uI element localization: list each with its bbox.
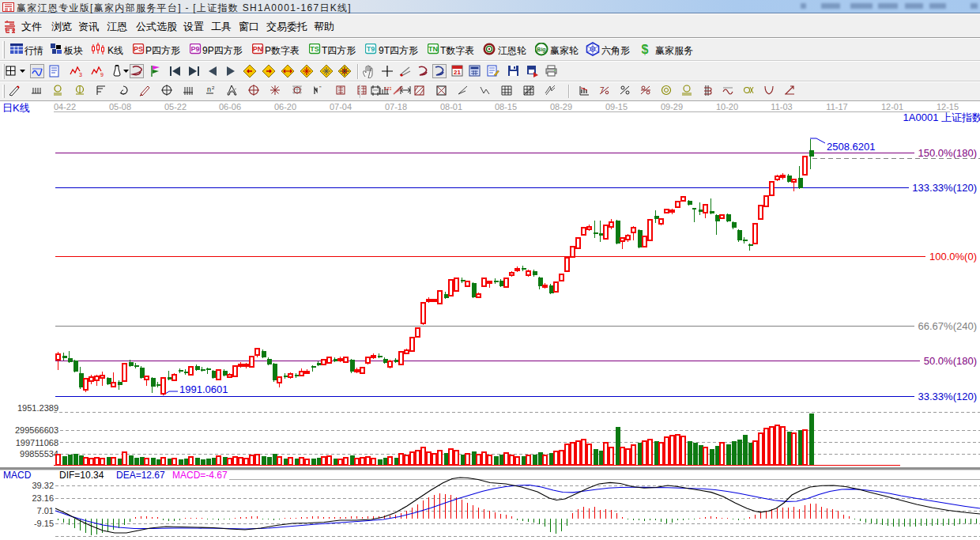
svg-text:23.16: 23.16: [32, 493, 54, 503]
svg-text:MACD=-4.67: MACD=-4.67: [172, 470, 228, 481]
svg-text:100.0%(0): 100.0%(0): [929, 251, 977, 262]
svg-text:133.33%(120): 133.33%(120): [912, 182, 977, 194]
svg-text:66.67%(240): 66.67%(240): [918, 320, 977, 332]
svg-text:-9.15: -9.15: [34, 519, 54, 528]
svg-text:06-20: 06-20: [274, 102, 296, 111]
svg-text:05-22: 05-22: [164, 102, 187, 111]
svg-text:DIF=10.34: DIF=10.34: [59, 470, 104, 481]
svg-text:$: $: [642, 43, 649, 56]
svg-text:10-20: 10-20: [716, 102, 738, 111]
svg-text:08-01: 08-01: [440, 102, 462, 111]
svg-text:09-15: 09-15: [605, 102, 628, 111]
svg-text:123: 123: [384, 86, 391, 91]
svg-text:PN: PN: [253, 45, 263, 53]
svg-text:T9: T9: [367, 45, 375, 53]
svg-text:50.0%(180): 50.0%(180): [924, 355, 977, 367]
svg-text:299566603: 299566603: [15, 425, 58, 435]
svg-text:199711068: 199711068: [16, 438, 58, 447]
svg-text:07-18: 07-18: [385, 102, 407, 111]
svg-text:05-08: 05-08: [109, 102, 131, 111]
svg-text:TN: TN: [428, 45, 438, 53]
svg-text:39.32: 39.32: [32, 481, 54, 490]
svg-text:DEA=12.67: DEA=12.67: [116, 470, 165, 481]
svg-text:1951.2389: 1951.2389: [17, 403, 58, 413]
svg-text:2508.6201: 2508.6201: [827, 141, 875, 153]
svg-text:日K线: 日K线: [2, 102, 30, 114]
svg-text:04-22: 04-22: [54, 102, 76, 111]
svg-text:11-17: 11-17: [826, 102, 847, 111]
svg-text:9: 9: [100, 72, 104, 77]
svg-text:2: 2: [212, 85, 215, 90]
svg-text:08-15: 08-15: [495, 102, 517, 111]
svg-text:7.01: 7.01: [37, 506, 54, 515]
svg-text:09-29: 09-29: [661, 102, 683, 111]
svg-text:3: 3: [79, 72, 82, 77]
svg-text:06-06: 06-06: [219, 102, 241, 111]
svg-text:11-03: 11-03: [771, 102, 792, 111]
svg-text:TS: TS: [310, 45, 319, 53]
svg-text:150.0%(180): 150.0%(180): [918, 147, 977, 159]
svg-text:08-29: 08-29: [550, 102, 572, 111]
svg-text:07-04: 07-04: [330, 102, 352, 111]
svg-text:MACD: MACD: [3, 470, 32, 481]
svg-text:12-01: 12-01: [881, 102, 903, 111]
svg-text:PS: PS: [134, 45, 143, 53]
svg-text:12-15: 12-15: [937, 102, 959, 111]
svg-text:Big: Big: [537, 47, 545, 53]
svg-text:33.33%(120): 33.33%(120): [918, 391, 977, 402]
svg-text:21: 21: [454, 69, 461, 76]
svg-text:1A0001 上证指数: 1A0001 上证指数: [903, 111, 980, 123]
svg-text:P9: P9: [190, 45, 199, 53]
svg-text:n: n: [207, 85, 211, 93]
svg-text:99855534: 99855534: [20, 449, 58, 459]
svg-text:": ": [319, 85, 322, 91]
svg-text:1991.0601: 1991.0601: [179, 383, 228, 395]
